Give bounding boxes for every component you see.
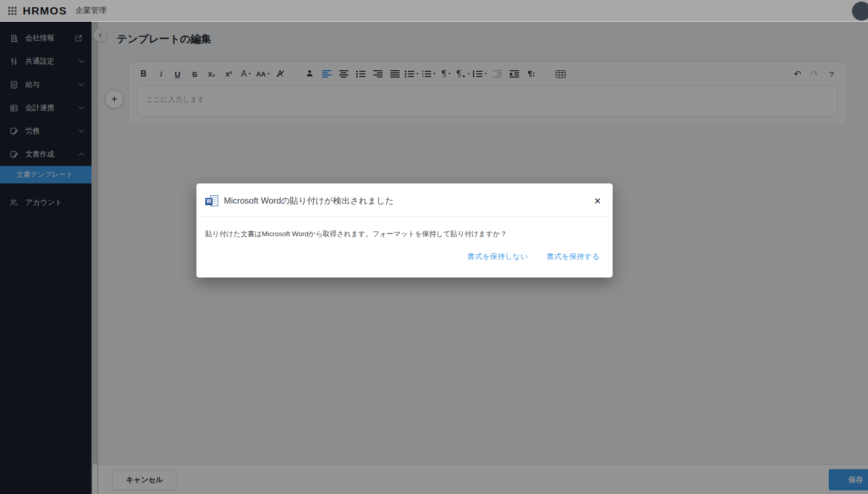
dialog-title: Microsoft Wordの貼り付けが検出されました: [224, 195, 394, 207]
keep-plain-button[interactable]: 書式を保持しない: [467, 252, 528, 261]
keep-format-button[interactable]: 書式を保持する: [547, 252, 600, 261]
close-icon: ✕: [594, 196, 601, 206]
app-name-label: 企業管理: [75, 6, 106, 16]
close-dialog-button[interactable]: ✕: [591, 193, 604, 210]
avatar[interactable]: [852, 2, 868, 21]
word-paste-dialog: W Microsoft Wordの貼り付けが検出されました ✕ 貼り付けた文書は…: [196, 183, 613, 277]
app-grid-icon[interactable]: [8, 7, 17, 15]
word-icon: W: [205, 195, 218, 207]
word-w-badge: W: [205, 198, 212, 205]
dialog-header: W Microsoft Wordの貼り付けが検出されました ✕: [196, 183, 613, 217]
dialog-body-text: 貼り付けた文書はMicrosoft Wordから取得されます。フォーマットを保持…: [196, 217, 613, 239]
topbar: HRMOS 企業管理: [0, 0, 868, 22]
hrmos-logo: HRMOS: [23, 5, 67, 17]
dialog-actions: 書式を保持しない 書式を保持する: [196, 239, 613, 273]
